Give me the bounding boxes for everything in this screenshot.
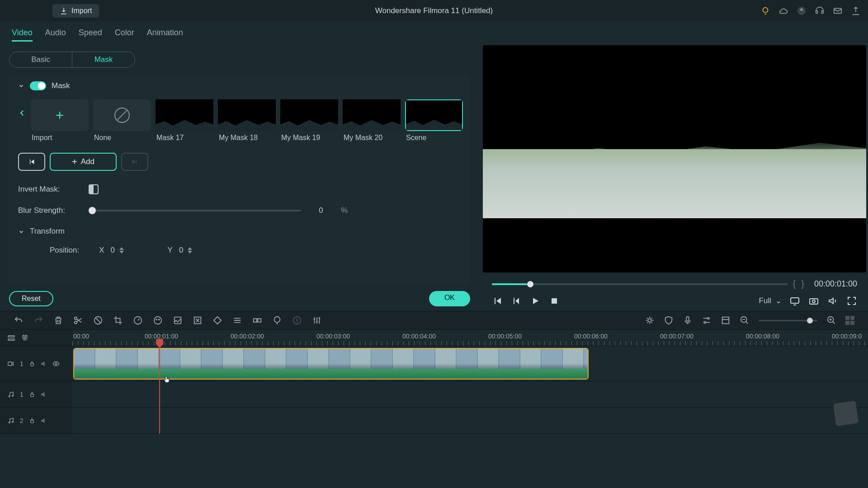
track-area[interactable]: 00:00 00:00:01:00 00:00:02:00 00:00:03:0… [72,330,868,434]
track-number: 1 [20,391,24,398]
mask-thumb-18[interactable]: My Mask 18 [218,99,276,142]
export-icon[interactable] [851,6,861,16]
ok-button[interactable]: OK [429,291,470,306]
zoom-slider[interactable] [759,320,817,321]
svg-point-9 [75,321,77,324]
y-label: Y [168,246,173,255]
lock-icon[interactable] [29,361,35,367]
render-icon[interactable] [645,315,655,325]
keyframe-icon[interactable] [212,315,222,325]
transform-header[interactable]: Transform [18,227,461,236]
import-label: Import [71,7,92,15]
zoom-out-icon[interactable] [740,315,750,325]
support-icon[interactable] [815,6,825,16]
blur-value[interactable]: 0 [308,206,334,215]
mask-toggle[interactable] [30,81,46,90]
video-clip[interactable]: VID [73,348,589,380]
x-stepper[interactable] [119,247,126,253]
reset-button[interactable]: Reset [9,291,53,306]
keyframe-add-button[interactable]: + Add [50,153,117,171]
list-icon[interactable] [232,315,242,325]
mail-icon[interactable] [833,6,843,16]
blur-slider[interactable] [89,210,301,211]
layout-icon[interactable] [721,315,731,325]
prev-frame-button[interactable] [492,296,503,306]
delete-icon[interactable] [53,315,63,325]
timeline-ruler[interactable]: 00:00 00:00:01:00 00:00:02:00 00:00:03:0… [72,330,868,346]
marker-icon[interactable] [272,315,282,325]
cloud-icon[interactable] [778,6,788,16]
video-track-lane[interactable]: VID [72,346,868,381]
preview-scrubber[interactable] [492,283,788,285]
keyframe-prev-button[interactable] [18,153,45,171]
snapshot-icon[interactable] [808,296,819,306]
adjust-icon[interactable] [702,315,712,325]
split-icon[interactable] [73,315,83,325]
mark-out-icon[interactable]: } [801,279,804,289]
tips-icon[interactable] [760,6,770,16]
play-button[interactable] [530,296,541,306]
ruler-tick: 00:00:05:00 [488,333,522,340]
y-stepper[interactable] [188,247,194,253]
mic-icon[interactable] [683,315,693,325]
mixer-icon[interactable] [312,315,322,325]
audio-track-1-lane[interactable] [72,381,868,408]
stop-button[interactable] [549,296,560,306]
lock-icon[interactable] [29,418,35,424]
plus-icon: + [72,157,77,167]
none-icon [114,108,130,123]
mask-thumb-scene[interactable]: Scene [405,99,463,142]
tab-color[interactable]: Color [115,28,134,42]
mask-thumb-none[interactable]: None [93,99,151,142]
mute-icon[interactable] [41,418,47,424]
prohibit-icon[interactable] [93,315,103,325]
autofit-icon[interactable] [193,315,203,325]
position-x-input[interactable]: 0 [111,246,143,255]
group-icon[interactable] [252,315,262,325]
svg-point-34 [12,395,14,396]
mask-thumb-17[interactable]: Mask 17 [156,99,213,142]
mark-in-icon[interactable]: { [793,279,796,289]
mask-header[interactable]: Mask [18,81,461,90]
svg-point-2 [800,9,803,11]
mask-thumb-20[interactable]: My Mask 20 [343,99,401,142]
audio-track-2-lane[interactable] [72,408,868,434]
import-button[interactable]: Import [52,4,99,18]
preview-viewport[interactable] [483,45,866,272]
subtab-mask[interactable]: Mask [72,52,135,68]
eye-icon[interactable] [52,360,60,367]
crop-icon[interactable] [113,315,123,325]
mute-icon[interactable] [41,391,47,398]
mask-thumb-19[interactable]: My Mask 19 [280,99,338,142]
track-number: 1 [20,360,24,367]
invert-mask-toggle[interactable] [89,184,99,194]
tab-animation[interactable]: Animation [147,28,183,42]
position-y-input[interactable]: 0 [179,246,212,255]
tab-audio[interactable]: Audio [45,28,66,42]
x-label: X [99,246,104,255]
floating-thumb[interactable] [833,401,859,426]
quality-selector[interactable]: Full [759,296,781,305]
volume-icon[interactable] [827,296,838,306]
grid-view-icon[interactable] [845,316,854,325]
step-back-button[interactable] [511,296,522,306]
zoom-in-icon[interactable] [826,315,836,325]
magnet-icon[interactable] [21,334,29,342]
tab-video[interactable]: Video [12,28,33,42]
mask-prev-button[interactable] [18,99,26,127]
shield-icon[interactable] [664,315,674,325]
mute-icon[interactable] [41,361,47,367]
lock-icon[interactable] [29,391,35,398]
playhead[interactable] [159,343,160,434]
speed-icon[interactable] [133,315,143,325]
color-icon[interactable] [153,315,163,325]
tab-speed[interactable]: Speed [79,28,102,42]
account-icon[interactable] [797,6,807,16]
tracks-icon[interactable] [7,334,15,342]
subtab-basic[interactable]: Basic [9,52,72,68]
fullscreen-icon[interactable] [846,296,857,306]
greenscreen-icon[interactable] [173,315,183,325]
mask-thumb-import[interactable]: + Import [31,99,89,142]
undo-icon[interactable] [14,315,24,325]
display-icon[interactable] [789,296,800,306]
